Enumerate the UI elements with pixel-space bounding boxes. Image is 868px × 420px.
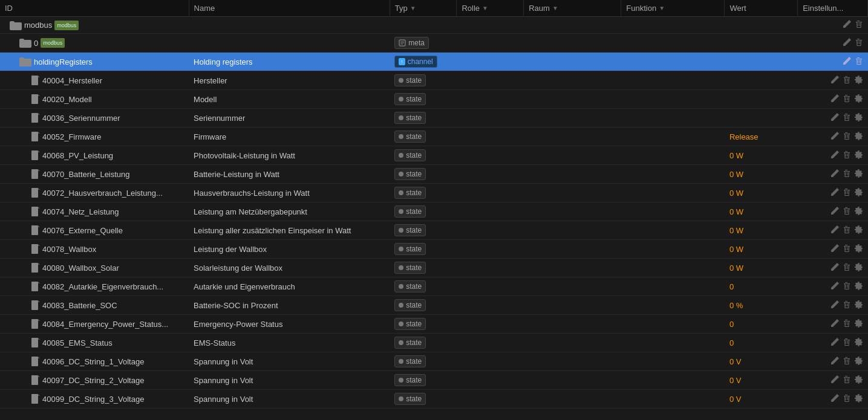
settings-button[interactable]	[855, 76, 863, 86]
settings-button[interactable]	[855, 113, 863, 123]
edit-button[interactable]	[843, 20, 851, 30]
delete-button[interactable]	[855, 38, 863, 48]
delete-button[interactable]	[855, 20, 863, 30]
delete-button[interactable]	[843, 300, 851, 311]
settings-button[interactable]	[855, 207, 863, 217]
delete-button[interactable]	[843, 244, 851, 254]
edit-button[interactable]	[843, 57, 851, 67]
cell-name: Batterie-SOC in Prozent	[189, 296, 390, 315]
settings-button[interactable]	[855, 94, 863, 105]
edit-button[interactable]	[830, 394, 839, 404]
delete-button[interactable]	[843, 263, 851, 273]
table-row[interactable]: 40097_DC_String_2_VoltageSpannung in Vol…	[0, 371, 868, 390]
edit-button[interactable]	[830, 113, 839, 123]
svg-rect-24	[31, 207, 38, 216]
settings-button[interactable]	[855, 169, 863, 179]
table-row[interactable]: 40096_DC_String_1_VoltageSpannung in Vol…	[0, 352, 868, 371]
delete-button[interactable]	[843, 188, 851, 198]
rolle-dropdown-icon[interactable]: ▼	[482, 5, 488, 11]
edit-button[interactable]	[830, 282, 839, 292]
th-typ[interactable]: Typ ▼	[390, 0, 457, 17]
edit-button[interactable]	[830, 188, 839, 198]
table-row[interactable]: 40076_Externe_QuelleLeistung aller zusät…	[0, 221, 868, 240]
edit-button[interactable]	[830, 244, 839, 254]
delete-button[interactable]	[843, 338, 851, 348]
edit-button[interactable]	[830, 132, 839, 142]
edit-button[interactable]	[830, 94, 839, 105]
delete-button[interactable]	[843, 225, 851, 236]
delete-button[interactable]	[843, 375, 851, 386]
edit-button[interactable]	[830, 169, 839, 179]
settings-button[interactable]	[855, 132, 863, 142]
cell-actions	[798, 371, 868, 390]
table-row[interactable]: 40036_SeriennummerSeriennummer state	[0, 109, 868, 128]
delete-button[interactable]	[855, 57, 863, 67]
table-row[interactable]: 40020_ModellModell state	[0, 90, 868, 109]
table-row[interactable]: modbusmodbus	[0, 17, 868, 34]
cell-rolle	[457, 296, 524, 315]
th-raum[interactable]: Raum ▼	[524, 0, 621, 17]
settings-button[interactable]	[855, 188, 863, 198]
delete-button[interactable]	[843, 319, 851, 329]
edit-button[interactable]	[830, 357, 839, 367]
cell-wert	[725, 34, 798, 53]
cell-typ	[390, 17, 457, 34]
settings-button[interactable]	[855, 375, 863, 386]
delete-button[interactable]	[843, 132, 851, 142]
delete-button[interactable]	[843, 113, 851, 123]
table-row[interactable]: 40084_Emergency_Power_Status...Emergency…	[0, 315, 868, 334]
settings-button[interactable]	[855, 225, 863, 236]
settings-button[interactable]	[855, 394, 863, 404]
delete-button[interactable]	[843, 207, 851, 217]
table-row[interactable]: 40078_WallboxLeistung der Wallbox state0…	[0, 240, 868, 259]
wert-value: 0	[729, 338, 734, 347]
table-row[interactable]: 40004_HerstellerHersteller state	[0, 71, 868, 90]
th-rolle[interactable]: Rolle ▼	[457, 0, 524, 17]
table-row[interactable]: 40052_FirmwareFirmware stateRelease	[0, 128, 868, 146]
settings-button[interactable]	[855, 319, 863, 329]
edit-button[interactable]	[830, 375, 839, 386]
edit-button[interactable]	[830, 207, 839, 217]
settings-button[interactable]	[855, 282, 863, 292]
th-funktion[interactable]: Funktion ▼	[621, 0, 725, 17]
delete-button[interactable]	[843, 282, 851, 292]
settings-button[interactable]	[855, 357, 863, 367]
cell-raum	[524, 221, 621, 240]
settings-button[interactable]	[855, 263, 863, 273]
edit-button[interactable]	[830, 263, 839, 273]
table-row[interactable]: 40099_DC_String_3_VoltageSpannung in Vol…	[0, 390, 868, 409]
main-table-container[interactable]: ID Name Typ ▼ Rolle ▼	[0, 0, 868, 420]
table-row[interactable]: 40070_Batterie_LeistungBatterie-Leistung…	[0, 165, 868, 184]
typ-dropdown-icon[interactable]: ▼	[410, 5, 416, 11]
table-row[interactable]: 40082_Autarkie_Eigenverbrauch...Autarkie…	[0, 277, 868, 296]
table-row[interactable]: 40083_Batterie_SOCBatterie-SOC in Prozen…	[0, 296, 868, 315]
raum-dropdown-icon[interactable]: ▼	[552, 5, 558, 11]
edit-button[interactable]	[830, 338, 839, 348]
table-row[interactable]: holdingRegistersHolding registers↑ chann…	[0, 53, 868, 71]
edit-button[interactable]	[843, 38, 851, 48]
cell-actions	[798, 221, 868, 240]
edit-button[interactable]	[830, 76, 839, 86]
delete-button[interactable]	[843, 394, 851, 404]
delete-button[interactable]	[843, 357, 851, 367]
edit-button[interactable]	[830, 319, 839, 329]
delete-button[interactable]	[843, 169, 851, 179]
funktion-dropdown-icon[interactable]: ▼	[659, 5, 665, 11]
table-row[interactable]: 40085_EMS_StatusEMS-Status state0	[0, 334, 868, 352]
table-row[interactable]: 40080_Wallbox_SolarSolarleistung der Wal…	[0, 259, 868, 277]
table-row[interactable]: 0modbus meta	[0, 34, 868, 53]
table-row[interactable]: 40074_Netz_LeistungLeistung am Netzüberg…	[0, 202, 868, 221]
delete-button[interactable]	[843, 94, 851, 105]
edit-button[interactable]	[830, 300, 839, 311]
delete-button[interactable]	[843, 150, 851, 161]
wert-value: 0 W	[729, 189, 743, 198]
delete-button[interactable]	[843, 76, 851, 86]
settings-button[interactable]	[855, 244, 863, 254]
settings-button[interactable]	[855, 338, 863, 348]
settings-button[interactable]	[855, 150, 863, 161]
table-row[interactable]: 40072_Hausverbrauch_Leistung...Hausverbr…	[0, 184, 868, 202]
table-row[interactable]: 40068_PV_LeistungPhotovoltaik-Leistung i…	[0, 146, 868, 165]
settings-button[interactable]	[855, 300, 863, 311]
edit-button[interactable]	[830, 150, 839, 161]
edit-button[interactable]	[830, 225, 839, 236]
